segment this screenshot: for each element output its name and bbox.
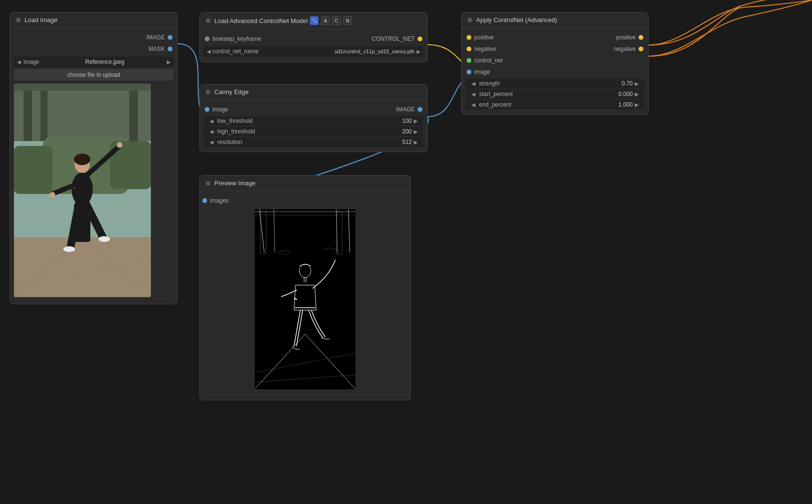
apply-controlnet-status-dot [468, 18, 472, 23]
low-threshold-value: 100 [388, 118, 412, 124]
port-row-positive: positive positive [462, 32, 648, 43]
canny-status-dot [206, 90, 210, 95]
port-timestep-dot[interactable] [205, 36, 209, 41]
port-row-image-out: IMAGE [10, 32, 177, 43]
high-threshold-value: 200 [388, 128, 412, 135]
svg-point-25 [98, 236, 110, 242]
svg-rect-11 [14, 146, 52, 194]
port-row-mask-out: MASK [10, 43, 177, 55]
port-canny-image-in-label: image [212, 106, 228, 113]
start-percent-slider[interactable]: ◀ start_percent 0.000 ▶ [466, 89, 644, 99]
selector-left-arrow[interactable]: ◀ [17, 59, 21, 65]
strength-value: 0.70 [609, 80, 633, 87]
end-percent-label: end_percent [477, 101, 609, 108]
port-canny-image-out-dot[interactable] [418, 107, 422, 112]
apply-controlnet-header: Apply ControlNet (Advanced) [462, 12, 648, 28]
port-row-image-in: image [462, 66, 648, 78]
canny-preview-svg [255, 209, 356, 389]
load-image-title: Load Image [25, 16, 58, 24]
resolution-right-arrow[interactable]: ▶ [412, 139, 419, 145]
resolution-value: 512 [388, 139, 412, 145]
image-port-label: image [24, 59, 43, 65]
controlnet-left-arrow[interactable]: ◀ [207, 48, 210, 55]
svg-point-20 [49, 192, 55, 198]
svg-rect-6 [14, 237, 151, 297]
end-percent-right-arrow[interactable]: ▶ [633, 102, 640, 108]
port-positive-out-dot[interactable] [639, 35, 643, 40]
svg-rect-5 [129, 91, 138, 141]
strength-right-arrow[interactable]: ▶ [633, 81, 640, 87]
selector-right-arrow[interactable]: ▶ [167, 59, 171, 65]
controlnet-label: control_net_name [212, 48, 260, 55]
badge-icon-3: C [332, 16, 341, 25]
resolution-slider[interactable]: ◀ resolution 512 ▶ [204, 137, 423, 147]
port-control-net-in-dot[interactable] [467, 58, 471, 63]
low-threshold-left-arrow[interactable]: ◀ [208, 118, 215, 124]
port-negative-out-label: negative [614, 46, 636, 52]
strength-slider[interactable]: ◀ strength 0.70 ▶ [466, 79, 644, 88]
port-control-net-in-label: control_net [474, 57, 503, 64]
port-positive-in-dot[interactable] [467, 35, 471, 40]
port-positive-out-label: positive [616, 34, 636, 41]
port-row-negative: negative negative [462, 43, 648, 55]
load-image-status-dot [16, 18, 21, 23]
start-percent-right-arrow[interactable]: ▶ [633, 91, 640, 97]
start-percent-label: start_percent [477, 91, 609, 97]
svg-rect-2 [14, 84, 151, 91]
badge-icon-4: N [343, 16, 352, 25]
canny-title: Canny Edge [214, 88, 249, 96]
load-controlnet-node: Load Advanced ControlNet Model 🔧 A C N t… [199, 12, 428, 62]
svg-rect-4 [40, 91, 48, 141]
high-threshold-right-arrow[interactable]: ▶ [412, 129, 419, 135]
port-preview-images-label: images [210, 197, 229, 204]
port-preview-images-dot[interactable] [202, 198, 207, 203]
port-canny-image-out-label: IMAGE [396, 106, 415, 113]
upload-button[interactable]: choose file to upload [14, 69, 173, 81]
strength-label: strength [477, 80, 609, 87]
port-positive-in-label: positive [474, 34, 494, 41]
high-threshold-label: high_threshold [215, 128, 388, 135]
resolution-left-arrow[interactable]: ◀ [208, 139, 215, 145]
end-percent-slider[interactable]: ◀ end_percent 1.000 ▶ [466, 100, 644, 109]
low-threshold-right-arrow[interactable]: ▶ [412, 118, 419, 124]
svg-point-16 [74, 154, 90, 165]
port-mask-dot[interactable] [168, 47, 172, 51]
start-percent-value: 0.000 [609, 91, 633, 97]
port-mask-label: MASK [148, 46, 165, 52]
port-canny-image-in-dot[interactable] [205, 107, 209, 112]
high-threshold-left-arrow[interactable]: ◀ [208, 129, 215, 135]
strength-left-arrow[interactable]: ◀ [469, 81, 477, 87]
controlnet-value: sd1/control_v11p_sd15_canny.pth [260, 48, 417, 54]
port-image-in-dot[interactable] [467, 70, 471, 74]
canny-edge-header: Canny Edge [200, 84, 427, 100]
port-image-in-label: image [474, 69, 490, 75]
preview-image-node: Preview Image images [199, 175, 411, 400]
load-controlnet-title: Load Advanced ControlNet Model [214, 17, 308, 24]
canny-edge-node: Canny Edge image IMAGE ◀ low_threshold 1… [199, 84, 428, 152]
load-controlnet-title-row: Load Advanced ControlNet Model 🔧 A C N [214, 16, 352, 25]
image-selector[interactable]: ◀ image Reference.jpeg ▶ [14, 57, 173, 67]
canny-preview-container [255, 209, 356, 389]
port-negative-in-dot[interactable] [467, 47, 471, 51]
svg-rect-3 [24, 91, 32, 141]
badge-icon-2: A [321, 16, 330, 25]
apply-controlnet-node: Apply ControlNet (Advanced) positive pos… [461, 12, 649, 115]
port-negative-out-dot[interactable] [639, 47, 643, 51]
svg-rect-26 [255, 209, 356, 389]
image-preview [14, 84, 151, 297]
preview-title: Preview Image [214, 180, 256, 187]
controlnet-name-row[interactable]: ◀ control_net_name sd1/control_v11p_sd15… [204, 46, 423, 57]
preview-image-svg [14, 84, 151, 297]
port-image-dot[interactable] [168, 35, 172, 40]
port-row-preview-images: images [200, 195, 410, 206]
high-threshold-slider[interactable]: ◀ high_threshold 200 ▶ [204, 127, 423, 136]
svg-point-24 [63, 246, 75, 252]
badge-icon-1: 🔧 [310, 16, 319, 25]
controlnet-right-arrow[interactable]: ▶ [417, 48, 420, 55]
end-percent-left-arrow[interactable]: ◀ [469, 102, 477, 108]
preview-status-dot [206, 181, 210, 186]
port-image-label: IMAGE [146, 34, 165, 41]
port-control-net-dot[interactable] [418, 36, 422, 41]
start-percent-left-arrow[interactable]: ◀ [469, 91, 477, 97]
low-threshold-slider[interactable]: ◀ low_threshold 100 ▶ [204, 116, 423, 126]
